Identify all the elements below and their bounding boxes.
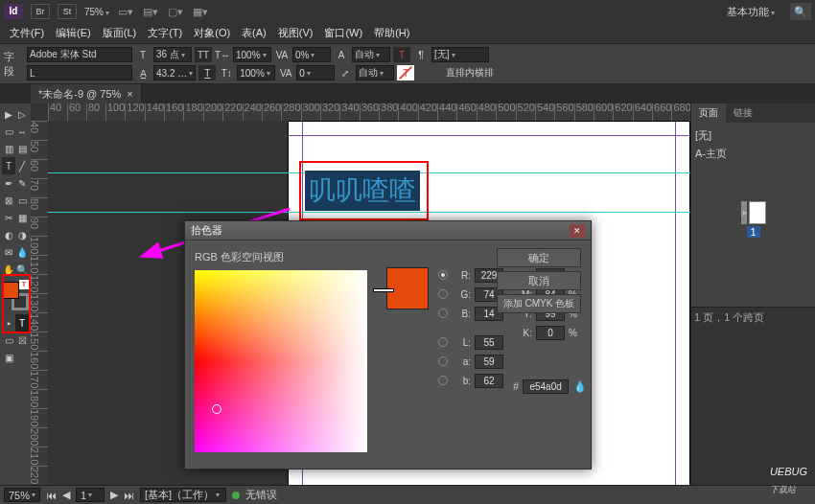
normal-view-button[interactable]: ▭ — [2, 332, 15, 349]
eyedropper-icon[interactable]: 💧 — [572, 378, 588, 394]
hand-tool[interactable]: ✋ — [2, 261, 15, 278]
gap-tool[interactable]: ↔ — [15, 123, 29, 140]
line-tool[interactable]: ╱ — [15, 157, 29, 174]
fill-stroke-swatch[interactable]: T — [2, 282, 29, 310]
page-thumb-1[interactable] — [749, 201, 766, 224]
close-tab-icon[interactable]: × — [127, 88, 132, 100]
master-a-row[interactable]: A-主页 — [695, 145, 811, 163]
free-transform-tool[interactable]: ▦ — [15, 209, 29, 226]
stroke-text-icon[interactable]: T — [397, 65, 414, 80]
tracking-field[interactable]: 0 — [296, 65, 335, 80]
zoom-tool[interactable]: 🔍 — [15, 261, 29, 278]
fill-text-icon[interactable]: T — [393, 47, 410, 62]
workspace-switcher[interactable]: 基本功能 — [719, 3, 782, 21]
content-collector-tool[interactable]: ▥ — [2, 140, 15, 157]
rectangle-tool[interactable]: ▭ — [15, 192, 29, 209]
arrange-icon[interactable]: ▦▾ — [192, 4, 209, 19]
stock-button[interactable]: St — [58, 4, 77, 19]
font-style-field[interactable]: L — [27, 65, 132, 80]
page-nav-first-icon[interactable]: ⏮ — [46, 490, 57, 501]
underline-button[interactable]: T — [198, 65, 216, 80]
tatechuyoko-label[interactable]: 直排内横排 — [446, 66, 494, 80]
gradient-feather-tool[interactable]: ◑ — [15, 226, 29, 243]
menu-object[interactable]: 对象(O) — [188, 23, 236, 43]
k-input[interactable] — [536, 326, 565, 340]
document-tab[interactable]: *未命名-9 @ 75% × — [31, 84, 142, 104]
direct-selection-tool[interactable]: ▷ — [15, 105, 29, 123]
close-icon[interactable]: ✕ — [570, 224, 585, 238]
search-icon[interactable]: 🔍 — [790, 3, 811, 20]
view-icon[interactable]: ▤▾ — [142, 4, 159, 19]
rectangle-frame-tool[interactable]: ⊠ — [2, 192, 15, 209]
b-radio[interactable] — [438, 309, 448, 318]
auto2-field[interactable]: 自动 — [356, 65, 394, 80]
menu-table[interactable]: 表(A) — [236, 23, 272, 43]
r-radio[interactable] — [438, 270, 448, 280]
page-tool[interactable]: ▭ — [2, 123, 15, 140]
scissors-tool[interactable]: ✂ — [2, 209, 15, 226]
status-zoom[interactable]: 75% — [4, 488, 40, 502]
text-frame[interactable]: 叽叽喳喳 — [299, 161, 429, 220]
pen-tool[interactable]: ✒ — [2, 174, 15, 192]
layout-icon[interactable]: ▭▾ — [117, 4, 134, 19]
gradient-swatch-tool[interactable]: ◐ — [2, 226, 15, 243]
master-none-row[interactable]: [无] — [695, 126, 811, 145]
b2-radio[interactable] — [438, 376, 448, 385]
b2-input[interactable] — [475, 374, 503, 388]
apply-text-button[interactable]: T — [15, 314, 29, 332]
saturation-value-field[interactable] — [195, 270, 367, 452]
screen-icon[interactable]: ▢▾ — [167, 4, 184, 19]
bridge-button[interactable]: Br — [31, 4, 50, 19]
status-page[interactable]: 1 — [76, 488, 105, 502]
ok-button[interactable]: 确定 — [497, 248, 581, 267]
auto-field[interactable]: 自动 — [352, 47, 390, 62]
status-profile[interactable]: [基本]（工作） — [140, 488, 226, 502]
fill-swatch[interactable] — [2, 282, 19, 299]
preflight-label[interactable]: 无错误 — [245, 488, 277, 502]
dialog-titlebar[interactable]: 拾色器 ✕ — [185, 221, 591, 241]
para-mode-label[interactable]: 段 — [4, 64, 25, 79]
menu-file[interactable]: 文件(F) — [4, 23, 50, 43]
kerning-field[interactable]: 0% — [292, 47, 331, 62]
g-radio[interactable] — [438, 289, 448, 299]
l-input[interactable] — [475, 335, 503, 350]
l-radio[interactable] — [438, 337, 448, 347]
menu-type[interactable]: 文字(T) — [142, 23, 188, 43]
page-nav-last-icon[interactable]: ⏭ — [124, 490, 134, 501]
preview-button[interactable]: ▣ — [2, 349, 15, 366]
char-mode-label[interactable]: 字 — [4, 50, 25, 64]
eyedropper-tool[interactable]: 💧 — [15, 243, 29, 261]
menu-view[interactable]: 视图(V) — [272, 23, 319, 43]
menu-help[interactable]: 帮助(H) — [368, 23, 415, 43]
horizontal-ruler[interactable]: 4060801001201401601802002202402602803003… — [48, 103, 690, 121]
links-panel-tab[interactable]: 链接 — [726, 103, 760, 123]
leading-field[interactable]: 43.2 … — [153, 65, 196, 80]
sample-text[interactable]: 叽叽喳喳 — [305, 171, 420, 211]
pages-panel-tab[interactable]: 页面 — [691, 103, 726, 123]
format-text-icon[interactable]: T — [19, 280, 29, 289]
font-size-field[interactable]: 36 点 — [153, 47, 192, 62]
type-tool[interactable]: T — [2, 157, 15, 174]
apply-color-button[interactable]: ▪ — [2, 314, 15, 332]
zoom-level[interactable]: 75% — [84, 7, 109, 17]
vscale-field[interactable]: 100% — [237, 65, 275, 80]
para-style-field[interactable]: [无] — [431, 47, 489, 62]
note-tool[interactable]: ✉ — [2, 243, 15, 261]
apply-none-button[interactable]: ☒ — [15, 332, 29, 349]
font-family-field[interactable]: Adobe 宋体 Std — [27, 47, 132, 62]
page-nav-prev-icon[interactable]: ◀ — [62, 489, 70, 501]
a-radio[interactable] — [438, 356, 448, 366]
add-cmyk-swatch-button[interactable]: 添加 CMYK 色板 — [497, 294, 581, 313]
menu-edit[interactable]: 编辑(E) — [50, 23, 97, 43]
selection-tool[interactable]: ▶ — [2, 105, 15, 123]
hscale-field[interactable]: 100% — [233, 47, 271, 62]
page-nav-next-icon[interactable]: ▶ — [110, 489, 118, 501]
cancel-button[interactable]: 取消 — [497, 271, 581, 290]
pencil-tool[interactable]: ✎ — [15, 174, 29, 192]
content-placer-tool[interactable]: ▤ — [15, 140, 29, 157]
a-input[interactable] — [475, 355, 503, 369]
allcaps-button[interactable]: TT — [195, 47, 212, 62]
menu-layout[interactable]: 版面(L) — [97, 23, 142, 43]
vertical-ruler[interactable]: 4050607080901001101201301401501601701801… — [31, 121, 48, 504]
hex-input[interactable] — [523, 379, 569, 394]
